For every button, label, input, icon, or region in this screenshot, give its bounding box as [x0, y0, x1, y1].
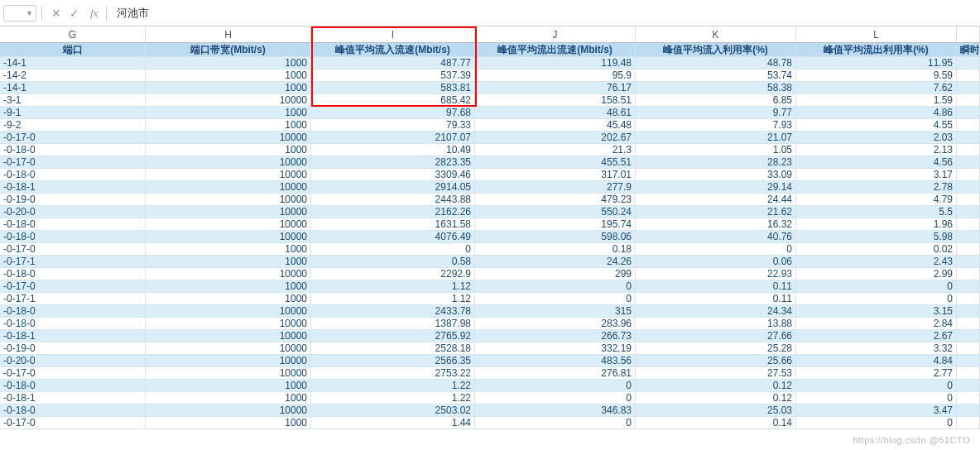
cell-bandwidth[interactable]: 10000 — [146, 169, 311, 181]
cell-peak-out-rate[interactable]: 483.56 — [475, 355, 636, 367]
cell-peak-in-rate[interactable]: 2765.92 — [311, 330, 475, 342]
cell-peak-out-rate[interactable]: 0 — [475, 380, 636, 392]
cell-peak-out-util[interactable]: 3.15 — [796, 305, 957, 318]
header-peak-out-util[interactable]: 峰值平均流出利用率(%) — [796, 43, 957, 57]
cell-peak-out-util[interactable]: 1.96 — [796, 218, 957, 231]
cell-port[interactable]: -0-18-0 — [0, 231, 146, 243]
cell-peak-in-rate[interactable]: 2914.05 — [311, 181, 475, 194]
cell-bandwidth[interactable]: 10000 — [146, 330, 311, 342]
cell-peak-out-util[interactable]: 4.56 — [796, 156, 957, 169]
cell-peak-out-util[interactable]: 1.59 — [796, 94, 957, 107]
cell-port[interactable]: -0-18-0 — [0, 144, 146, 156]
cell-instant[interactable] — [957, 342, 980, 355]
cell-instant[interactable] — [957, 355, 980, 367]
cell-port[interactable]: -14-1 — [0, 57, 146, 69]
cell-port[interactable]: -0-17-1 — [0, 293, 146, 305]
cell-peak-in-rate[interactable]: 537.39 — [311, 69, 475, 82]
cell-peak-in-util[interactable]: 0.11 — [636, 293, 796, 305]
cell-peak-out-rate[interactable]: 276.81 — [475, 367, 636, 380]
cell-peak-out-util[interactable]: 11.95 — [796, 57, 957, 69]
cell-peak-in-rate[interactable]: 10.49 — [311, 144, 475, 156]
cell-peak-in-util[interactable]: 28.23 — [636, 156, 796, 169]
cell-peak-in-rate[interactable]: 2823.35 — [311, 156, 475, 169]
cell-port[interactable]: -9-2 — [0, 119, 146, 132]
cell-peak-in-util[interactable]: 58.38 — [636, 82, 796, 94]
cell-bandwidth[interactable]: 10000 — [146, 94, 311, 107]
cell-peak-in-util[interactable]: 0.06 — [636, 256, 796, 268]
cell-peak-out-rate[interactable]: 48.61 — [475, 107, 636, 119]
fx-icon[interactable]: fx — [90, 7, 98, 20]
cell-peak-in-rate[interactable]: 1631.58 — [311, 218, 475, 231]
cell-instant[interactable] — [957, 243, 980, 256]
cell-port[interactable]: -0-17-0 — [0, 156, 146, 169]
cell-port[interactable]: -0-20-0 — [0, 206, 146, 218]
cell-peak-out-rate[interactable]: 332.19 — [475, 342, 636, 355]
cell-peak-in-util[interactable]: 25.28 — [636, 342, 796, 355]
cell-peak-out-rate[interactable]: 455.51 — [475, 156, 636, 169]
cell-bandwidth[interactable]: 10000 — [146, 181, 311, 194]
cell-peak-in-util[interactable]: 0.11 — [636, 280, 796, 293]
col-header-k[interactable]: K — [636, 26, 796, 42]
cell-peak-in-util[interactable]: 27.66 — [636, 330, 796, 342]
col-header-h[interactable]: H — [146, 26, 311, 42]
cell-peak-in-rate[interactable]: 1.44 — [311, 417, 475, 429]
header-peak-in-rate[interactable]: 峰值平均流入流速(Mbit/s) — [311, 43, 475, 57]
cell-bandwidth[interactable]: 10000 — [146, 367, 311, 380]
cell-peak-out-util[interactable]: 7.62 — [796, 82, 957, 94]
cell-peak-in-util[interactable]: 7.93 — [636, 119, 796, 132]
cell-port[interactable]: -14-2 — [0, 69, 146, 82]
cell-peak-in-util[interactable]: 29.14 — [636, 181, 796, 194]
cell-port[interactable]: -0-18-0 — [0, 218, 146, 231]
cell-peak-out-util[interactable]: 2.03 — [796, 132, 957, 144]
cell-peak-in-util[interactable]: 27.53 — [636, 367, 796, 380]
cell-peak-out-util[interactable]: 2.99 — [796, 268, 957, 280]
cell-instant[interactable] — [957, 280, 980, 293]
cell-peak-in-util[interactable]: 16.32 — [636, 218, 796, 231]
cell-bandwidth[interactable]: 10000 — [146, 342, 311, 355]
cell-peak-in-rate[interactable]: 1.22 — [311, 392, 475, 405]
spreadsheet-grid[interactable]: 端口 端口带宽(Mbit/s) 峰值平均流入流速(Mbit/s) 峰值平均流出流… — [0, 43, 980, 429]
cell-peak-out-rate[interactable]: 24.26 — [475, 256, 636, 268]
cell-bandwidth[interactable]: 1000 — [146, 280, 311, 293]
cell-peak-out-rate[interactable]: 0 — [475, 417, 636, 429]
cell-peak-out-util[interactable]: 0 — [796, 392, 957, 405]
cell-peak-in-util[interactable]: 21.07 — [636, 132, 796, 144]
cell-peak-out-util[interactable]: 3.32 — [796, 342, 957, 355]
cell-peak-in-rate[interactable]: 2443.88 — [311, 194, 475, 206]
cell-peak-in-rate[interactable]: 97.68 — [311, 107, 475, 119]
name-box-dropdown[interactable]: ▼ — [3, 5, 36, 22]
cell-peak-out-util[interactable]: 0.02 — [796, 243, 957, 256]
cell-peak-out-rate[interactable]: 195.74 — [475, 218, 636, 231]
cell-peak-out-util[interactable]: 9.59 — [796, 69, 957, 82]
cell-peak-in-rate[interactable]: 2292.9 — [311, 268, 475, 280]
cell-port[interactable]: -0-18-0 — [0, 380, 146, 392]
cell-peak-out-util[interactable]: 5.98 — [796, 231, 957, 243]
cell-instant[interactable] — [957, 82, 980, 94]
cell-bandwidth[interactable]: 10000 — [146, 305, 311, 318]
cell-peak-in-rate[interactable]: 2528.18 — [311, 342, 475, 355]
cell-peak-out-rate[interactable]: 479.23 — [475, 194, 636, 206]
cell-instant[interactable] — [957, 119, 980, 132]
cell-bandwidth[interactable]: 1000 — [146, 69, 311, 82]
cell-bandwidth[interactable]: 10000 — [146, 231, 311, 243]
cell-instant[interactable] — [957, 206, 980, 218]
col-header-j[interactable]: J — [475, 26, 636, 42]
cell-peak-out-util[interactable]: 2.77 — [796, 367, 957, 380]
cell-peak-in-rate[interactable]: 2433.78 — [311, 305, 475, 318]
cell-instant[interactable] — [957, 156, 980, 169]
cell-instant[interactable] — [957, 194, 980, 206]
cell-instant[interactable] — [957, 181, 980, 194]
cell-peak-in-util[interactable]: 24.44 — [636, 194, 796, 206]
cell-port[interactable]: -0-19-0 — [0, 194, 146, 206]
cell-peak-out-rate[interactable]: 158.51 — [475, 94, 636, 107]
cell-bandwidth[interactable]: 1000 — [146, 256, 311, 268]
cell-instant[interactable] — [957, 69, 980, 82]
cell-peak-in-util[interactable]: 48.78 — [636, 57, 796, 69]
header-instant[interactable]: 瞬时 — [957, 43, 980, 57]
cell-peak-in-util[interactable]: 33.09 — [636, 169, 796, 181]
cell-bandwidth[interactable]: 1000 — [146, 107, 311, 119]
cell-peak-out-rate[interactable]: 0.18 — [475, 243, 636, 256]
cell-peak-out-rate[interactable]: 266.73 — [475, 330, 636, 342]
cell-peak-in-util[interactable]: 25.03 — [636, 405, 796, 417]
cell-instant[interactable] — [957, 318, 980, 330]
